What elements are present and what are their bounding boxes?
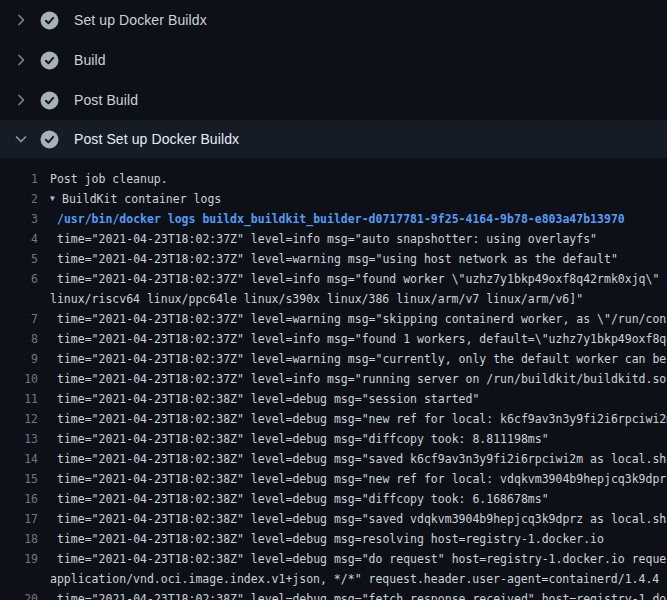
line-number[interactable]: 13 <box>0 429 38 449</box>
log-text: time="2021-04-23T18:02:37Z" level=info m… <box>57 269 667 289</box>
line-number[interactable]: 9 <box>0 349 38 369</box>
log-text: time="2021-04-23T18:02:38Z" level=debug … <box>57 509 667 529</box>
line-number[interactable]: 14 <box>0 449 38 469</box>
line-number[interactable]: 3 <box>0 209 38 229</box>
log-row: 13 time="2021-04-23T18:02:38Z" level=deb… <box>0 429 667 449</box>
log-row: 14 time="2021-04-23T18:02:38Z" level=deb… <box>0 449 667 469</box>
log-row: 17 time="2021-04-23T18:02:38Z" level=deb… <box>0 509 667 529</box>
log-text: Post job cleanup. <box>50 169 168 189</box>
log-row: 19 time="2021-04-23T18:02:38Z" level=deb… <box>0 549 667 569</box>
log-row: 10 time="2021-04-23T18:02:37Z" level=inf… <box>0 369 667 389</box>
log-text: time="2021-04-23T18:02:38Z" level=debug … <box>57 529 604 549</box>
line-number[interactable]: 1 <box>0 169 38 189</box>
triangle-down-icon[interactable]: ▼ <box>50 189 62 209</box>
step-label: Set up Docker Buildx <box>74 12 207 28</box>
chevron-right-icon <box>12 51 30 69</box>
log-row: 11 time="2021-04-23T18:02:38Z" level=deb… <box>0 389 667 409</box>
step-label: Post Set up Docker Buildx <box>74 131 239 147</box>
line-number <box>0 289 38 309</box>
log-text: time="2021-04-23T18:02:38Z" level=debug … <box>57 549 667 569</box>
line-number[interactable]: 17 <box>0 509 38 529</box>
log-text: time="2021-04-23T18:02:37Z" level=warnin… <box>57 349 667 369</box>
line-number[interactable]: 10 <box>0 369 38 389</box>
log-text: application/vnd.oci.image.index.v1+json,… <box>50 569 659 589</box>
log-row: 6 time="2021-04-23T18:02:37Z" level=info… <box>0 269 667 289</box>
step-header-post-build[interactable]: Post Build <box>0 80 667 120</box>
log-row: 3 /usr/bin/docker logs buildx_buildkit_b… <box>0 209 667 229</box>
line-number[interactable]: 12 <box>0 409 38 429</box>
log-text: time="2021-04-23T18:02:38Z" level=debug … <box>57 449 667 469</box>
step-header-set-up-docker-buildx[interactable]: Set up Docker Buildx <box>0 0 667 40</box>
log-text: time="2021-04-23T18:02:38Z" level=debug … <box>57 429 549 449</box>
log-text: time="2021-04-23T18:02:38Z" level=debug … <box>57 489 549 509</box>
check-circle-icon <box>40 11 59 30</box>
chevron-right-icon <box>12 91 30 109</box>
log-row: 15 time="2021-04-23T18:02:38Z" level=deb… <box>0 469 667 489</box>
log-row: linux/riscv64 linux/ppc64le linux/s390x … <box>0 289 667 309</box>
step-label: Post Build <box>74 92 138 108</box>
line-number[interactable]: 8 <box>0 329 38 349</box>
log-text: time="2021-04-23T18:02:38Z" level=debug … <box>57 469 667 489</box>
log-text: time="2021-04-23T18:02:38Z" level=debug … <box>57 589 667 600</box>
line-number <box>0 569 38 589</box>
log-text: time="2021-04-23T18:02:37Z" level=info m… <box>57 369 667 389</box>
log-text: time="2021-04-23T18:02:37Z" level=warnin… <box>57 309 667 329</box>
log-text: time="2021-04-23T18:02:37Z" level=info m… <box>57 229 597 249</box>
log-row: 8 time="2021-04-23T18:02:37Z" level=info… <box>0 329 667 349</box>
chevron-down-icon <box>12 130 30 148</box>
log-row: 9 time="2021-04-23T18:02:37Z" level=warn… <box>0 349 667 369</box>
check-circle-icon <box>40 51 59 70</box>
log-text: /usr/bin/docker logs buildx_buildkit_bui… <box>57 209 625 229</box>
actions-log-panel: Set up Docker Buildx Build Post Build <box>0 0 667 600</box>
line-number[interactable]: 5 <box>0 249 38 269</box>
log-text: linux/riscv64 linux/ppc64le linux/s390x … <box>50 289 583 309</box>
step-label: Build <box>74 52 106 68</box>
log-text: time="2021-04-23T18:02:37Z" level=info m… <box>57 329 667 349</box>
log-row: 18 time="2021-04-23T18:02:38Z" level=deb… <box>0 529 667 549</box>
log-row: 12 time="2021-04-23T18:02:38Z" level=deb… <box>0 409 667 429</box>
log-text: time="2021-04-23T18:02:38Z" level=debug … <box>57 409 667 429</box>
line-number[interactable]: 16 <box>0 489 38 509</box>
log-row: 1 Post job cleanup. <box>0 169 667 189</box>
step-header-build[interactable]: Build <box>0 40 667 80</box>
log-row: 20 time="2021-04-23T18:02:38Z" level=deb… <box>0 589 667 600</box>
check-circle-icon <box>40 91 59 110</box>
log-text: time="2021-04-23T18:02:37Z" level=warnin… <box>57 249 618 269</box>
check-circle-icon <box>40 130 59 149</box>
log-row: 4 time="2021-04-23T18:02:37Z" level=info… <box>0 229 667 249</box>
log-row: 5 time="2021-04-23T18:02:37Z" level=warn… <box>0 249 667 269</box>
log-area: 1 Post job cleanup. 2 ▼ BuildKit contain… <box>0 158 667 600</box>
line-number[interactable]: 15 <box>0 469 38 489</box>
line-number[interactable]: 11 <box>0 389 38 409</box>
line-number[interactable]: 19 <box>0 549 38 569</box>
line-number[interactable]: 20 <box>0 589 38 600</box>
log-row: application/vnd.oci.image.index.v1+json,… <box>0 569 667 589</box>
log-row: 16 time="2021-04-23T18:02:38Z" level=deb… <box>0 489 667 509</box>
line-number[interactable]: 4 <box>0 229 38 249</box>
log-row: 2 ▼ BuildKit container logs <box>0 189 667 209</box>
line-number[interactable]: 18 <box>0 529 38 549</box>
log-text: time="2021-04-23T18:02:38Z" level=debug … <box>57 389 479 409</box>
chevron-right-icon <box>12 11 30 29</box>
step-header-post-set-up-docker-buildx[interactable]: Post Set up Docker Buildx <box>0 120 667 158</box>
line-number[interactable]: 2 <box>0 189 38 209</box>
step-list: Set up Docker Buildx Build Post Build <box>0 0 667 158</box>
log-row: 7 time="2021-04-23T18:02:37Z" level=warn… <box>0 309 667 329</box>
log-text: BuildKit container logs <box>62 189 221 209</box>
line-number[interactable]: 7 <box>0 309 38 329</box>
line-number[interactable]: 6 <box>0 269 38 289</box>
